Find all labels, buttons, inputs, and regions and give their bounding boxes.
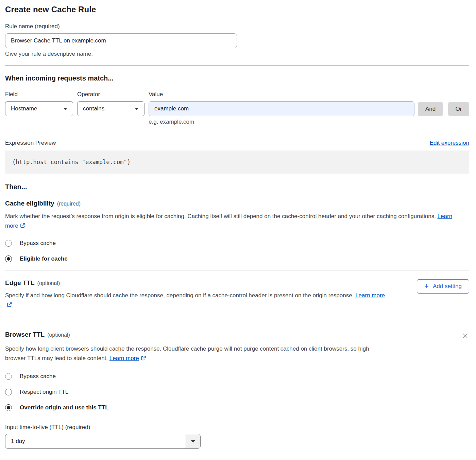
value-label: Value — [149, 91, 414, 98]
chevron-down-icon — [63, 108, 67, 110]
ttl-input-block: Input time-to-live (TTL) (required) 1 da… — [5, 424, 469, 449]
value-column: Value e.g. example.com — [149, 91, 414, 125]
radio-eligible-for-cache[interactable]: Eligible for cache — [5, 255, 469, 262]
value-input[interactable] — [149, 101, 414, 116]
create-cache-rule-form: Create new Cache Rule Rule name (require… — [0, 0, 476, 449]
chevron-down-icon — [135, 108, 139, 110]
radio-label: Respect origin TTL — [20, 389, 68, 395]
browser-ttl-qualifier: (optional) — [47, 332, 70, 338]
radio-label: Override origin and use this TTL — [20, 404, 109, 411]
external-link-icon — [7, 301, 12, 311]
add-setting-label: Add setting — [433, 283, 462, 290]
field-select-value: Hostname — [11, 105, 37, 112]
radio-bypass-cache[interactable]: Bypass cache — [5, 240, 469, 247]
condition-row: Field Hostname Operator contains Value e… — [5, 91, 469, 125]
edge-ttl-learn-more-link[interactable]: Learn more — [355, 292, 385, 299]
cache-eligibility-description: Mark whether the request’s response from… — [5, 212, 461, 231]
browser-ttl-title: Browser TTL — [5, 331, 45, 338]
ttl-select[interactable]: 1 day — [5, 434, 201, 449]
browser-ttl-title-row: Browser TTL(optional) — [5, 331, 70, 338]
cache-eligibility-title: Cache eligibility — [5, 200, 54, 207]
operator-select-value: contains — [83, 105, 104, 112]
operator-label: Operator — [77, 91, 144, 98]
edit-expression-link[interactable]: Edit expression — [430, 140, 469, 146]
expression-preview-label: Expression Preview — [5, 140, 56, 146]
rule-name-input[interactable] — [5, 33, 237, 48]
operator-column: Operator contains — [77, 91, 144, 125]
browser-ttl-description-text: Specify how long client browsers should … — [5, 346, 369, 361]
edge-ttl-description: Specify if and how long Cloudflare shoul… — [5, 291, 386, 311]
chevron-down-icon — [186, 434, 200, 448]
external-link-icon — [20, 222, 26, 231]
radio-label: Bypass cache — [20, 373, 56, 380]
or-button[interactable]: Or — [448, 102, 469, 116]
radio-label: Eligible for cache — [20, 255, 68, 262]
radio-icon — [5, 240, 12, 247]
edge-ttl-qualifier: (optional) — [37, 280, 60, 286]
page-title: Create new Cache Rule — [5, 5, 469, 14]
match-heading: When incoming requests match... — [5, 74, 469, 82]
cache-eligibility-description-text: Mark whether the request’s response from… — [5, 213, 436, 219]
edge-ttl-title-row: Edge TTL(optional) Specify if and how lo… — [5, 279, 386, 311]
add-setting-button[interactable]: + Add setting — [417, 279, 469, 294]
rule-name-helper: Give your rule a descriptive name. — [5, 51, 469, 57]
section-divider — [5, 322, 469, 322]
field-column: Field Hostname — [5, 91, 73, 125]
radio-icon — [5, 255, 12, 262]
browser-ttl-section: Browser TTL(optional) Specify how long c… — [5, 331, 469, 449]
expression-header: Expression Preview Edit expression — [5, 140, 469, 146]
rule-name-label: Rule name (required) — [5, 23, 469, 30]
close-icon[interactable] — [461, 332, 469, 341]
radio-label: Bypass cache — [20, 240, 56, 247]
section-divider — [5, 65, 469, 66]
ttl-select-value: 1 day — [5, 434, 186, 448]
external-link-icon — [141, 354, 146, 364]
rule-name-section: Rule name (required) Give your rule a de… — [5, 23, 469, 57]
operator-select[interactable]: contains — [77, 101, 144, 116]
radio-icon — [5, 373, 12, 380]
cache-eligibility-options: Bypass cache Eligible for cache — [5, 240, 469, 262]
field-select[interactable]: Hostname — [5, 101, 73, 116]
field-label: Field — [5, 91, 73, 98]
cache-eligibility-qualifier: (required) — [57, 201, 81, 207]
radio-icon — [5, 404, 12, 411]
cache-eligibility-section: Cache eligibility(required) Mark whether… — [5, 200, 469, 262]
cache-eligibility-title-row: Cache eligibility(required) — [5, 200, 81, 207]
browser-ttl-description: Specify how long client browsers should … — [5, 344, 382, 364]
plus-icon: + — [424, 283, 429, 290]
ttl-input-label: Input time-to-live (TTL) (required) — [5, 424, 469, 431]
and-or-buttons: And Or — [418, 102, 469, 125]
edge-ttl-title: Edge TTL — [5, 279, 35, 286]
and-button[interactable]: And — [418, 102, 443, 116]
radio-override-origin-ttl[interactable]: Override origin and use this TTL — [5, 404, 469, 411]
then-heading: Then... — [5, 183, 469, 191]
section-divider — [5, 270, 469, 270]
value-helper: e.g. example.com — [149, 119, 414, 125]
radio-respect-origin-ttl[interactable]: Respect origin TTL — [5, 389, 469, 395]
browser-ttl-learn-more-link[interactable]: Learn more — [109, 355, 139, 361]
radio-icon — [5, 389, 12, 395]
browser-ttl-options: Bypass cache Respect origin TTL Override… — [5, 373, 469, 411]
edge-ttl-section: Edge TTL(optional) Specify if and how lo… — [5, 279, 469, 311]
expression-code: (http.host contains "example.com") — [5, 151, 469, 174]
radio-bypass-cache[interactable]: Bypass cache — [5, 373, 469, 380]
edge-ttl-description-text: Specify if and how long Cloudflare shoul… — [5, 292, 354, 299]
